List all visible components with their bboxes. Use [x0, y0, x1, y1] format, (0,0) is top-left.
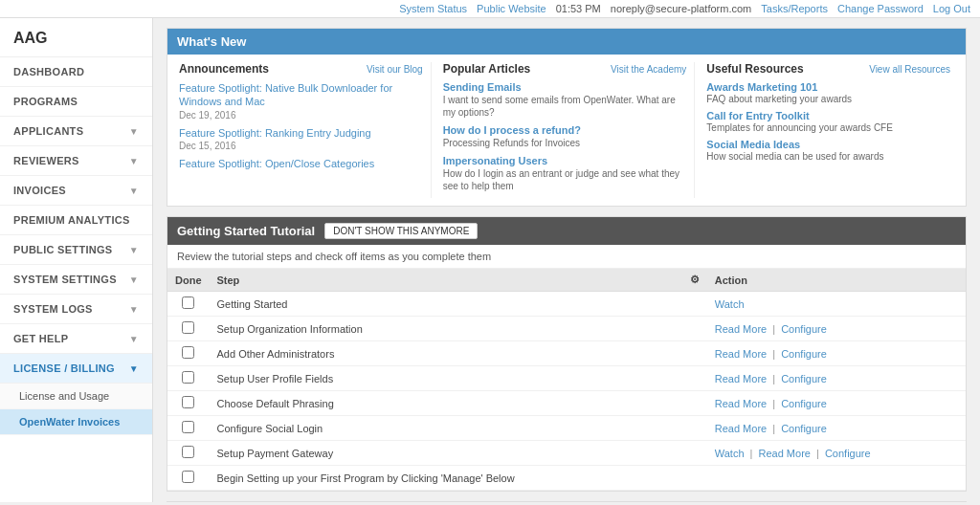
sidebar-item-premium-analytics[interactable]: Premium Analytics — [0, 206, 152, 235]
step-action-cell: Watch — [707, 292, 966, 317]
sidebar-item-license-billing[interactable]: License / Billing ▼ — [0, 354, 152, 384]
table-row: Setup Organization InformationRead More … — [167, 317, 966, 341]
sidebar-logo: AAG — [0, 18, 152, 57]
action-link[interactable]: Read More — [715, 373, 767, 384]
resource-title-1[interactable]: Awards Marketing 101 — [706, 81, 950, 93]
chevron-down-icon: ▼ — [129, 126, 139, 137]
step-action-cell: Watch | Read More | Configure — [707, 441, 966, 466]
sidebar-item-programs[interactable]: Programs — [0, 87, 152, 117]
action-separator: | — [769, 323, 778, 335]
article-desc-1: I want to send some emails from OpenWate… — [443, 94, 687, 119]
step-checkbox[interactable] — [182, 471, 194, 483]
announcement-item-3: Feature Spotlight: Open/Close Categories — [179, 157, 423, 170]
action-separator: | — [769, 423, 778, 434]
announcement-item-1: Feature Spotlight: Native Bulk Downloade… — [179, 81, 423, 121]
step-label: Setup Organization Information — [210, 317, 682, 341]
action-link[interactable]: Read More — [759, 448, 811, 459]
announcement-title-3[interactable]: Feature Spotlight: Open/Close Categories — [179, 157, 423, 170]
sidebar-item-dashboard[interactable]: Dashboard — [0, 57, 152, 87]
announcement-item-2: Feature Spotlight: Ranking Entry Judging… — [179, 126, 423, 151]
step-action-cell: Read More | Configure — [707, 341, 966, 366]
col-action: Action — [707, 269, 966, 292]
step-empty — [682, 341, 707, 366]
table-row: Begin Setting up your First Program by C… — [167, 466, 966, 491]
sidebar-item-system-settings[interactable]: System Settings ▼ — [0, 265, 152, 295]
article-title-1[interactable]: Sending Emails — [443, 81, 687, 93]
sidebar-sub-item-openwater-invoices[interactable]: OpenWater Invoices — [0, 409, 152, 435]
useful-resources-col: Useful Resources View all Resources Awar… — [702, 62, 958, 198]
action-link[interactable]: Configure — [781, 348, 827, 360]
action-link[interactable]: Configure — [781, 423, 827, 434]
step-label: Add Other Administrators — [210, 341, 682, 366]
log-out-link[interactable]: Log Out — [933, 3, 970, 14]
table-row: Add Other AdministratorsRead More | Conf… — [167, 341, 966, 366]
action-separator: | — [769, 398, 778, 409]
step-checkbox[interactable] — [182, 446, 194, 458]
action-link[interactable]: Configure — [825, 448, 871, 459]
action-link[interactable]: Configure — [781, 398, 827, 409]
action-link[interactable]: Read More — [715, 423, 767, 434]
step-checkbox[interactable] — [182, 421, 194, 433]
sidebar-item-reviewers[interactable]: Reviewers ▼ — [0, 146, 152, 176]
article-title-2[interactable]: How do I process a refund? — [443, 124, 687, 136]
action-link[interactable]: Read More — [715, 398, 767, 409]
step-checkbox[interactable] — [182, 396, 194, 408]
sidebar-sub-item-license-usage[interactable]: License and Usage — [0, 384, 152, 409]
step-checkbox[interactable] — [182, 296, 194, 309]
resource-item-3: Social Media Ideas How social media can … — [706, 139, 950, 162]
step-action-cell: Read More | Configure — [707, 391, 966, 416]
article-desc-3: How do I login as an entrant or judge an… — [443, 167, 687, 192]
step-checkbox[interactable] — [182, 346, 194, 359]
step-checkbox[interactable] — [182, 321, 194, 334]
table-row: Getting StartedWatch — [167, 292, 966, 317]
sidebar-item-applicants[interactable]: Applicants ▼ — [0, 117, 152, 146]
sidebar-item-invoices[interactable]: Invoices ▼ — [0, 176, 152, 206]
chevron-down-icon: ▼ — [129, 363, 139, 374]
announcement-title-2[interactable]: Feature Spotlight: Ranking Entry Judging — [179, 126, 423, 140]
change-password-link[interactable]: Change Password — [837, 3, 924, 14]
action-link[interactable]: Read More — [715, 323, 767, 335]
resource-title-3[interactable]: Social Media Ideas — [706, 139, 950, 150]
announcements-col: Announcements Visit our Blog Feature Spo… — [175, 62, 432, 198]
announcement-date-2: Dec 15, 2016 — [179, 141, 423, 151]
article-item-3: Impersonating Users How do I login as an… — [443, 155, 687, 192]
chevron-down-icon: ▼ — [129, 186, 139, 196]
action-link[interactable]: Configure — [781, 373, 827, 384]
sidebar-item-label: Invoices — [13, 185, 66, 196]
visit-academy-link[interactable]: Visit the Academy — [611, 64, 686, 75]
step-action-cell: Read More | Configure — [707, 416, 966, 441]
sidebar-item-get-help[interactable]: Get Help ▼ — [0, 324, 152, 354]
top-bar: System Status Public Website 01:53 PM no… — [0, 0, 980, 18]
whats-new-header: What's New — [167, 29, 966, 55]
sidebar-item-system-logs[interactable]: System Logs ▼ — [0, 295, 152, 324]
action-link[interactable]: Read More — [715, 348, 767, 360]
step-checkbox-cell — [167, 317, 210, 341]
table-row: Configure Social LoginRead More | Config… — [167, 416, 966, 441]
visit-blog-link[interactable]: Visit our Blog — [367, 64, 423, 75]
system-status-link[interactable]: System Status — [399, 3, 467, 14]
step-label: Setup Payment Gateway — [210, 441, 682, 466]
announcement-title-1[interactable]: Feature Spotlight: Native Bulk Downloade… — [179, 81, 423, 109]
step-checkbox[interactable] — [182, 371, 194, 384]
announcement-date-1: Dec 19, 2016 — [179, 110, 423, 121]
step-empty — [682, 441, 707, 466]
step-empty — [682, 391, 707, 416]
col-settings-icon: ⚙ — [682, 269, 707, 292]
public-website-link[interactable]: Public Website — [477, 3, 546, 14]
step-action-cell — [707, 466, 966, 491]
action-link[interactable]: Watch — [715, 298, 745, 310]
action-link[interactable]: Watch — [715, 448, 745, 459]
popular-articles-header: Popular Articles Visit the Academy — [443, 62, 687, 76]
view-all-resources-link[interactable]: View all Resources — [869, 64, 950, 75]
resource-title-2[interactable]: Call for Entry Toolkit — [706, 110, 950, 121]
step-action-cell: Read More | Configure — [707, 317, 966, 341]
main-layout: AAG Dashboard Programs Applicants ▼ Revi… — [0, 18, 980, 502]
action-link[interactable]: Configure — [781, 323, 827, 335]
tutorial-title: Getting Started Tutorial — [177, 224, 315, 238]
article-title-3[interactable]: Impersonating Users — [443, 155, 687, 166]
step-action-cell: Read More | Configure — [707, 366, 966, 391]
sidebar-item-public-settings[interactable]: Public Settings ▼ — [0, 235, 152, 265]
sidebar: AAG Dashboard Programs Applicants ▼ Revi… — [0, 18, 153, 502]
dont-show-button[interactable]: DON'T SHOW THIS ANYMORE — [324, 223, 478, 239]
tasks-reports-link[interactable]: Tasks/Reports — [761, 3, 828, 14]
